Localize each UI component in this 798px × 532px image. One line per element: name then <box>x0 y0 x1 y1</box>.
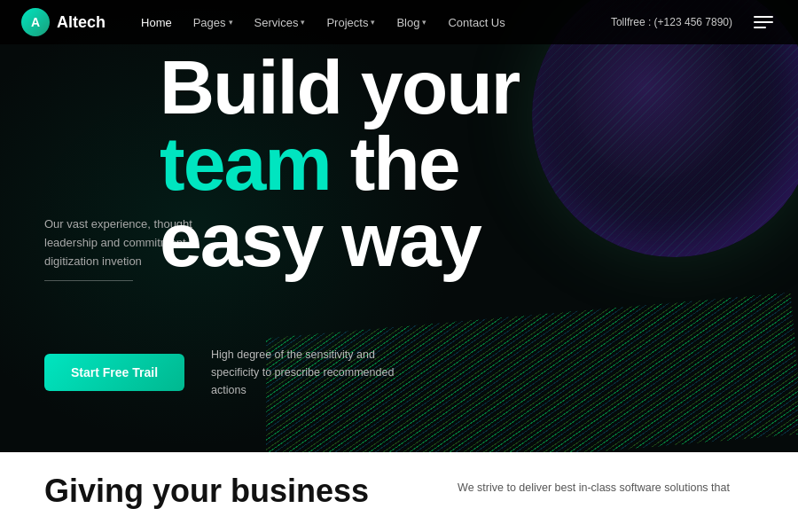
chevron-down-icon: ▾ <box>371 18 375 27</box>
chevron-down-icon: ▾ <box>301 18 305 27</box>
nav-item-home[interactable]: Home <box>141 16 172 29</box>
hero-bottom: Start Free Trail High degree of the sens… <box>44 346 406 399</box>
hamburger-line <box>754 16 773 18</box>
hamburger-menu[interactable] <box>750 12 777 32</box>
brand-name: Altech <box>57 13 106 32</box>
nav-item-blog[interactable]: Blog ▾ <box>396 16 426 29</box>
nav-item-services[interactable]: Services ▾ <box>254 16 306 29</box>
hamburger-line <box>754 21 773 23</box>
below-title: Giving your business <box>44 473 369 509</box>
headline-team-the: team the <box>160 125 798 201</box>
logo[interactable]: A Altech <box>21 8 106 36</box>
nav-links: Home Pages ▾ Services ▾ Projects ▾ Blog … <box>141 16 611 29</box>
nav-item-projects[interactable]: Projects ▾ <box>326 16 375 29</box>
chevron-down-icon: ▾ <box>422 18 426 27</box>
phone-number: Tollfree : (+123 456 7890) <box>611 16 732 28</box>
logo-icon: A <box>21 8 50 36</box>
chevron-down-icon: ▾ <box>229 18 233 27</box>
nav-item-contact[interactable]: Contact Us <box>448 16 505 29</box>
headline-the: the <box>331 125 459 201</box>
hero-headline: Build your team the easy way <box>160 49 798 278</box>
headline-easy-way: easy way <box>160 201 798 278</box>
below-fold-section: Giving your business We strive to delive… <box>0 452 798 532</box>
hamburger-line <box>754 27 766 28</box>
navbar: A Altech Home Pages ▾ Services ▾ Project… <box>0 0 798 44</box>
cta-button[interactable]: Start Free Trail <box>44 354 184 391</box>
cta-subtext: High degree of the sensitivity and speci… <box>211 346 406 399</box>
hero-divider <box>44 280 133 281</box>
below-description: We strive to deliver best in-class softw… <box>458 479 730 497</box>
headline-team: team <box>160 125 331 201</box>
headline-line1: Build your <box>160 49 798 125</box>
nav-item-pages[interactable]: Pages ▾ <box>193 16 233 29</box>
hero-section: Our vast experience, thought leadership … <box>0 0 798 452</box>
